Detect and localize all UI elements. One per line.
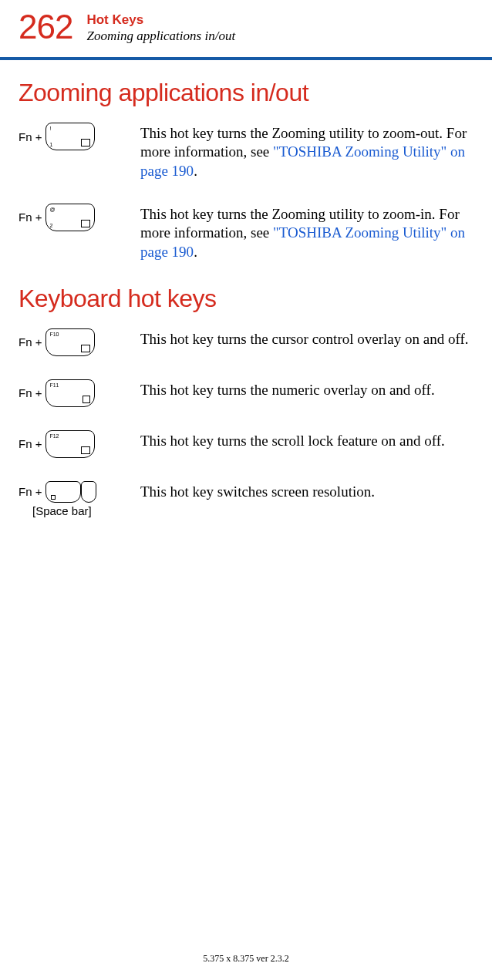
key-glyph-icon [83, 396, 90, 403]
hotkey-row: Fn + [Space bar] This hot key switches s… [19, 481, 473, 517]
key-tl: F11 [49, 382, 59, 388]
key-f12-icon: F12 [45, 430, 95, 458]
key-line: Fn + [19, 481, 96, 503]
footer-text: 5.375 x 8.375 ver 2.3.2 [0, 953, 492, 965]
spacebar-icon [45, 481, 96, 503]
key-glyph-icon [81, 139, 90, 146]
fn-label: Fn + [19, 437, 42, 450]
key-2-icon: @ 2 [45, 204, 95, 231]
key-column: Fn + F12 [19, 430, 140, 458]
spacebar-label: [Space bar] [32, 504, 92, 517]
description: This hot key turns the Zooming utility t… [140, 204, 473, 261]
key-column: Fn + F11 [19, 379, 140, 407]
page-number: 262 [19, 8, 72, 46]
description: This hot key turns the numeric overlay o… [140, 379, 435, 399]
fn-label: Fn + [19, 485, 42, 498]
fn-label: Fn + [19, 335, 42, 349]
description: This hot key turns the scroll lock featu… [140, 430, 445, 450]
key-tl: F12 [49, 433, 59, 439]
key-glyph-icon [81, 345, 90, 352]
key-column: Fn + F10 [19, 328, 140, 356]
header-divider [0, 57, 492, 60]
hotkey-row: Fn + F11 This hot key turns the numeric … [19, 379, 473, 407]
desc-post: . [194, 163, 197, 179]
key-glyph-icon [81, 446, 90, 454]
heading-keyboard: Keyboard hot keys [19, 285, 473, 313]
hotkey-row: Fn + F10 This hot key turns the cursor c… [19, 328, 473, 356]
fn-label: Fn + [19, 386, 42, 399]
key-column: Fn + [Space bar] [19, 481, 140, 517]
page-header: 262 Hot Keys Zooming applications in/out [0, 0, 492, 54]
heading-zooming: Zooming applications in/out [19, 79, 473, 107]
key-bl: 1 [49, 142, 52, 147]
key-line: Fn + F12 [19, 430, 95, 458]
key-1-icon: ! 1 [45, 123, 95, 150]
key-bl: 2 [49, 223, 52, 228]
fn-label: Fn + [19, 210, 42, 224]
key-line: Fn + ! 1 [19, 123, 95, 150]
description: This hot key turns the Zooming utility t… [140, 123, 473, 180]
key-glyph-icon [81, 220, 90, 227]
chapter-title: Hot Keys [86, 12, 235, 28]
key-tl: @ [49, 207, 55, 212]
key-line: Fn + F11 [19, 379, 95, 407]
hotkey-row: Fn + @ 2 This hot key turns the Zooming … [19, 204, 473, 261]
hotkey-row: Fn + ! 1 This hot key turns the Zooming … [19, 123, 473, 180]
description: This hot key turns the cursor control ov… [140, 328, 468, 349]
space-glyph-icon [51, 495, 56, 500]
key-column: Fn + ! 1 [19, 123, 140, 150]
key-tl: F10 [49, 332, 59, 337]
key-f11-icon: F11 [45, 379, 95, 407]
content-area: Zooming applications in/out Fn + ! 1 Thi… [0, 79, 492, 517]
description: This hot key switches screen resolution. [140, 481, 375, 501]
space-key-right-icon [81, 481, 96, 503]
key-f10-icon: F10 [45, 328, 95, 356]
key-tl: ! [49, 126, 51, 131]
key-line: Fn + F10 [19, 328, 95, 356]
desc-post: . [194, 244, 197, 260]
hotkey-row: Fn + F12 This hot key turns the scroll l… [19, 430, 473, 458]
section-title: Zooming applications in/out [86, 29, 235, 44]
space-key-left-icon [45, 481, 81, 503]
key-column: Fn + @ 2 [19, 204, 140, 231]
fn-label: Fn + [19, 130, 42, 143]
header-titles: Hot Keys Zooming applications in/out [86, 11, 235, 44]
key-line: Fn + @ 2 [19, 204, 95, 231]
